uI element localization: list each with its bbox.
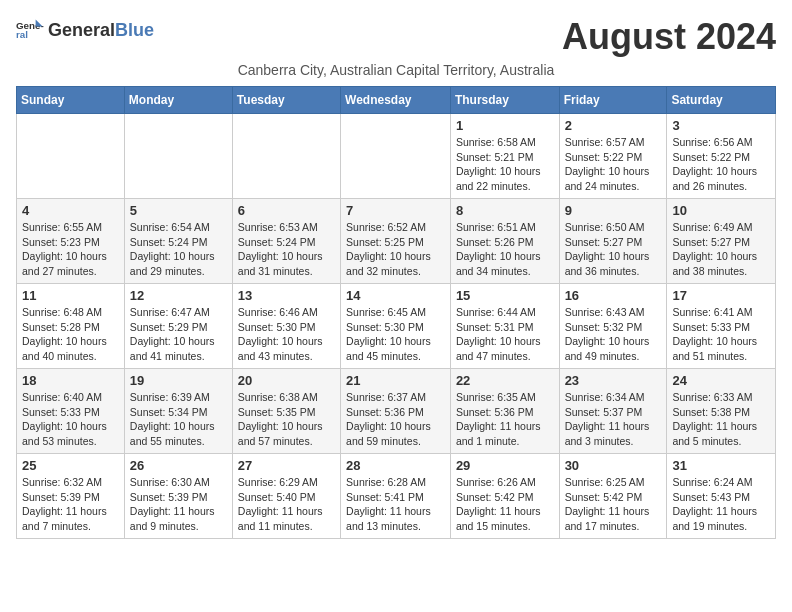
day-number: 7	[346, 203, 445, 218]
day-number: 1	[456, 118, 554, 133]
day-number: 15	[456, 288, 554, 303]
day-info: Sunrise: 6:46 AMSunset: 5:30 PMDaylight:…	[238, 305, 335, 364]
calendar-cell	[341, 114, 451, 199]
day-info: Sunrise: 6:52 AMSunset: 5:25 PMDaylight:…	[346, 220, 445, 279]
calendar-cell: 27Sunrise: 6:29 AMSunset: 5:40 PMDayligh…	[232, 454, 340, 539]
calendar-cell: 28Sunrise: 6:28 AMSunset: 5:41 PMDayligh…	[341, 454, 451, 539]
weekday-header-monday: Monday	[124, 87, 232, 114]
weekday-row: SundayMondayTuesdayWednesdayThursdayFrid…	[17, 87, 776, 114]
calendar-table: SundayMondayTuesdayWednesdayThursdayFrid…	[16, 86, 776, 539]
day-info: Sunrise: 6:37 AMSunset: 5:36 PMDaylight:…	[346, 390, 445, 449]
day-number: 31	[672, 458, 770, 473]
calendar-cell: 11Sunrise: 6:48 AMSunset: 5:28 PMDayligh…	[17, 284, 125, 369]
day-info: Sunrise: 6:56 AMSunset: 5:22 PMDaylight:…	[672, 135, 770, 194]
calendar-cell: 31Sunrise: 6:24 AMSunset: 5:43 PMDayligh…	[667, 454, 776, 539]
calendar-cell: 26Sunrise: 6:30 AMSunset: 5:39 PMDayligh…	[124, 454, 232, 539]
calendar-cell: 30Sunrise: 6:25 AMSunset: 5:42 PMDayligh…	[559, 454, 667, 539]
day-info: Sunrise: 6:35 AMSunset: 5:36 PMDaylight:…	[456, 390, 554, 449]
day-info: Sunrise: 6:58 AMSunset: 5:21 PMDaylight:…	[456, 135, 554, 194]
day-info: Sunrise: 6:41 AMSunset: 5:33 PMDaylight:…	[672, 305, 770, 364]
logo-blue: Blue	[115, 20, 154, 40]
day-info: Sunrise: 6:38 AMSunset: 5:35 PMDaylight:…	[238, 390, 335, 449]
calendar-cell: 16Sunrise: 6:43 AMSunset: 5:32 PMDayligh…	[559, 284, 667, 369]
subtitle: Canberra City, Australian Capital Territ…	[16, 62, 776, 78]
calendar-cell: 22Sunrise: 6:35 AMSunset: 5:36 PMDayligh…	[450, 369, 559, 454]
day-info: Sunrise: 6:54 AMSunset: 5:24 PMDaylight:…	[130, 220, 227, 279]
logo-text: GeneralBlue	[48, 20, 154, 41]
day-info: Sunrise: 6:24 AMSunset: 5:43 PMDaylight:…	[672, 475, 770, 534]
calendar-cell: 20Sunrise: 6:38 AMSunset: 5:35 PMDayligh…	[232, 369, 340, 454]
day-number: 20	[238, 373, 335, 388]
weekday-header-sunday: Sunday	[17, 87, 125, 114]
day-info: Sunrise: 6:53 AMSunset: 5:24 PMDaylight:…	[238, 220, 335, 279]
calendar-cell: 10Sunrise: 6:49 AMSunset: 5:27 PMDayligh…	[667, 199, 776, 284]
day-number: 17	[672, 288, 770, 303]
day-number: 21	[346, 373, 445, 388]
day-info: Sunrise: 6:34 AMSunset: 5:37 PMDaylight:…	[565, 390, 662, 449]
day-number: 24	[672, 373, 770, 388]
day-info: Sunrise: 6:43 AMSunset: 5:32 PMDaylight:…	[565, 305, 662, 364]
weekday-header-saturday: Saturday	[667, 87, 776, 114]
day-info: Sunrise: 6:57 AMSunset: 5:22 PMDaylight:…	[565, 135, 662, 194]
day-number: 27	[238, 458, 335, 473]
day-number: 3	[672, 118, 770, 133]
calendar-cell	[17, 114, 125, 199]
calendar-cell: 5Sunrise: 6:54 AMSunset: 5:24 PMDaylight…	[124, 199, 232, 284]
day-info: Sunrise: 6:32 AMSunset: 5:39 PMDaylight:…	[22, 475, 119, 534]
day-number: 23	[565, 373, 662, 388]
weekday-header-tuesday: Tuesday	[232, 87, 340, 114]
week-row-1: 1Sunrise: 6:58 AMSunset: 5:21 PMDaylight…	[17, 114, 776, 199]
calendar-cell: 19Sunrise: 6:39 AMSunset: 5:34 PMDayligh…	[124, 369, 232, 454]
day-number: 11	[22, 288, 119, 303]
calendar-cell: 2Sunrise: 6:57 AMSunset: 5:22 PMDaylight…	[559, 114, 667, 199]
day-number: 16	[565, 288, 662, 303]
week-row-4: 18Sunrise: 6:40 AMSunset: 5:33 PMDayligh…	[17, 369, 776, 454]
calendar-cell: 14Sunrise: 6:45 AMSunset: 5:30 PMDayligh…	[341, 284, 451, 369]
day-info: Sunrise: 6:50 AMSunset: 5:27 PMDaylight:…	[565, 220, 662, 279]
day-number: 6	[238, 203, 335, 218]
header-area: Gene- ral GeneralBlue August 2024	[16, 16, 776, 58]
day-number: 19	[130, 373, 227, 388]
logo: Gene- ral GeneralBlue	[16, 16, 154, 44]
day-number: 13	[238, 288, 335, 303]
title-area: August 2024	[562, 16, 776, 58]
calendar-cell: 12Sunrise: 6:47 AMSunset: 5:29 PMDayligh…	[124, 284, 232, 369]
day-info: Sunrise: 6:28 AMSunset: 5:41 PMDaylight:…	[346, 475, 445, 534]
calendar-cell: 6Sunrise: 6:53 AMSunset: 5:24 PMDaylight…	[232, 199, 340, 284]
day-number: 30	[565, 458, 662, 473]
day-info: Sunrise: 6:25 AMSunset: 5:42 PMDaylight:…	[565, 475, 662, 534]
day-number: 9	[565, 203, 662, 218]
calendar-cell: 13Sunrise: 6:46 AMSunset: 5:30 PMDayligh…	[232, 284, 340, 369]
day-info: Sunrise: 6:51 AMSunset: 5:26 PMDaylight:…	[456, 220, 554, 279]
calendar-cell: 24Sunrise: 6:33 AMSunset: 5:38 PMDayligh…	[667, 369, 776, 454]
month-year: August 2024	[562, 16, 776, 58]
day-info: Sunrise: 6:47 AMSunset: 5:29 PMDaylight:…	[130, 305, 227, 364]
day-number: 18	[22, 373, 119, 388]
day-info: Sunrise: 6:26 AMSunset: 5:42 PMDaylight:…	[456, 475, 554, 534]
day-info: Sunrise: 6:33 AMSunset: 5:38 PMDaylight:…	[672, 390, 770, 449]
day-number: 2	[565, 118, 662, 133]
day-info: Sunrise: 6:39 AMSunset: 5:34 PMDaylight:…	[130, 390, 227, 449]
day-number: 5	[130, 203, 227, 218]
day-info: Sunrise: 6:55 AMSunset: 5:23 PMDaylight:…	[22, 220, 119, 279]
day-number: 22	[456, 373, 554, 388]
day-number: 29	[456, 458, 554, 473]
calendar-cell: 8Sunrise: 6:51 AMSunset: 5:26 PMDaylight…	[450, 199, 559, 284]
calendar-cell	[124, 114, 232, 199]
calendar-header: SundayMondayTuesdayWednesdayThursdayFrid…	[17, 87, 776, 114]
day-number: 4	[22, 203, 119, 218]
day-info: Sunrise: 6:49 AMSunset: 5:27 PMDaylight:…	[672, 220, 770, 279]
calendar-cell	[232, 114, 340, 199]
calendar-cell: 18Sunrise: 6:40 AMSunset: 5:33 PMDayligh…	[17, 369, 125, 454]
day-number: 12	[130, 288, 227, 303]
day-number: 26	[130, 458, 227, 473]
calendar-cell: 25Sunrise: 6:32 AMSunset: 5:39 PMDayligh…	[17, 454, 125, 539]
svg-text:ral: ral	[16, 29, 28, 40]
calendar-cell: 23Sunrise: 6:34 AMSunset: 5:37 PMDayligh…	[559, 369, 667, 454]
day-info: Sunrise: 6:44 AMSunset: 5:31 PMDaylight:…	[456, 305, 554, 364]
day-number: 10	[672, 203, 770, 218]
day-number: 28	[346, 458, 445, 473]
calendar-cell: 4Sunrise: 6:55 AMSunset: 5:23 PMDaylight…	[17, 199, 125, 284]
day-number: 25	[22, 458, 119, 473]
day-info: Sunrise: 6:30 AMSunset: 5:39 PMDaylight:…	[130, 475, 227, 534]
